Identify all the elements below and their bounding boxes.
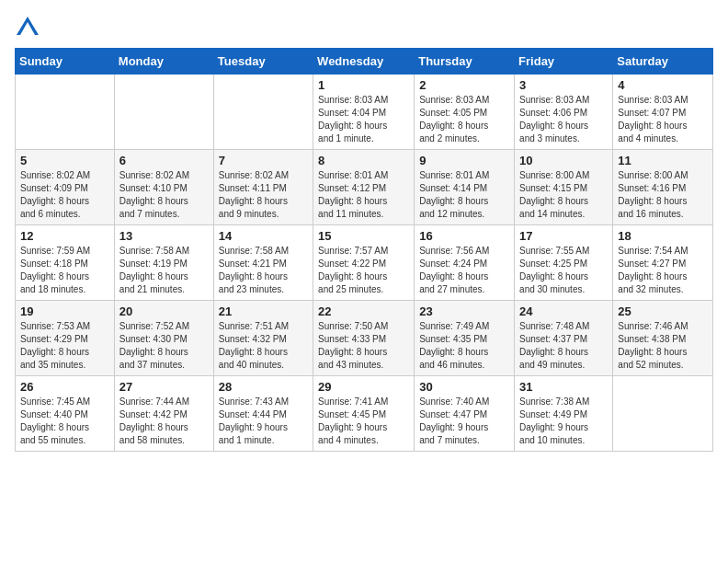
week-row-3: 12Sunrise: 7:59 AM Sunset: 4:18 PM Dayli… xyxy=(16,225,713,301)
day-number: 20 xyxy=(119,304,209,318)
day-cell xyxy=(114,75,213,150)
day-number: 7 xyxy=(219,154,308,167)
day-info: Sunrise: 7:38 AM Sunset: 4:49 PM Dayligh… xyxy=(519,396,608,447)
day-cell: 3Sunrise: 8:03 AM Sunset: 4:06 PM Daylig… xyxy=(515,75,613,150)
day-cell: 12Sunrise: 7:59 AM Sunset: 4:18 PM Dayli… xyxy=(16,225,115,301)
day-number: 24 xyxy=(519,304,608,318)
day-info: Sunrise: 7:58 AM Sunset: 4:21 PM Dayligh… xyxy=(219,245,308,296)
day-number: 1 xyxy=(318,78,409,92)
day-cell: 31Sunrise: 7:38 AM Sunset: 4:49 PM Dayli… xyxy=(515,376,613,452)
day-number: 15 xyxy=(318,229,409,243)
calendar-body: 1Sunrise: 8:03 AM Sunset: 4:04 PM Daylig… xyxy=(16,75,713,452)
day-info: Sunrise: 7:54 AM Sunset: 4:27 PM Dayligh… xyxy=(618,245,708,296)
day-cell: 23Sunrise: 7:49 AM Sunset: 4:35 PM Dayli… xyxy=(415,301,515,376)
week-row-5: 26Sunrise: 7:45 AM Sunset: 4:40 PM Dayli… xyxy=(16,376,713,452)
day-number: 27 xyxy=(119,380,209,394)
day-number: 8 xyxy=(318,154,409,167)
day-cell: 9Sunrise: 8:01 AM Sunset: 4:14 PM Daylig… xyxy=(415,150,515,225)
day-cell: 4Sunrise: 8:03 AM Sunset: 4:07 PM Daylig… xyxy=(613,75,713,150)
day-number: 17 xyxy=(519,229,608,243)
day-info: Sunrise: 8:00 AM Sunset: 4:15 PM Dayligh… xyxy=(519,169,608,221)
day-cell: 8Sunrise: 8:01 AM Sunset: 4:12 PM Daylig… xyxy=(313,150,415,225)
day-header-monday: Monday xyxy=(114,49,213,75)
day-number: 28 xyxy=(219,380,308,394)
day-cell: 6Sunrise: 8:02 AM Sunset: 4:10 PM Daylig… xyxy=(114,150,213,225)
day-info: Sunrise: 8:02 AM Sunset: 4:09 PM Dayligh… xyxy=(20,169,109,221)
day-number: 29 xyxy=(318,380,409,394)
day-info: Sunrise: 8:02 AM Sunset: 4:10 PM Dayligh… xyxy=(119,169,209,221)
day-info: Sunrise: 7:49 AM Sunset: 4:35 PM Dayligh… xyxy=(419,320,509,372)
day-cell: 28Sunrise: 7:43 AM Sunset: 4:44 PM Dayli… xyxy=(213,376,313,452)
day-cell: 11Sunrise: 8:00 AM Sunset: 4:16 PM Dayli… xyxy=(613,150,713,225)
day-info: Sunrise: 8:01 AM Sunset: 4:12 PM Dayligh… xyxy=(318,169,409,221)
day-number: 14 xyxy=(219,229,308,243)
day-info: Sunrise: 8:00 AM Sunset: 4:16 PM Dayligh… xyxy=(618,169,708,221)
day-cell xyxy=(213,75,313,150)
day-info: Sunrise: 7:48 AM Sunset: 4:37 PM Dayligh… xyxy=(519,320,608,372)
day-number: 26 xyxy=(20,380,109,394)
day-cell xyxy=(613,376,713,452)
day-number: 16 xyxy=(419,229,509,243)
calendar-header: SundayMondayTuesdayWednesdayThursdayFrid… xyxy=(16,49,713,75)
day-number: 13 xyxy=(119,229,209,243)
day-number: 11 xyxy=(618,154,708,167)
day-cell: 25Sunrise: 7:46 AM Sunset: 4:38 PM Dayli… xyxy=(613,301,713,376)
day-cell: 24Sunrise: 7:48 AM Sunset: 4:37 PM Dayli… xyxy=(515,301,613,376)
day-info: Sunrise: 7:43 AM Sunset: 4:44 PM Dayligh… xyxy=(219,396,308,447)
day-cell: 30Sunrise: 7:40 AM Sunset: 4:47 PM Dayli… xyxy=(415,376,515,452)
day-number: 3 xyxy=(519,78,608,92)
day-info: Sunrise: 8:03 AM Sunset: 4:04 PM Dayligh… xyxy=(318,94,409,145)
day-number: 9 xyxy=(419,154,509,167)
day-header-thursday: Thursday xyxy=(415,49,515,75)
logo xyxy=(15,15,44,40)
week-row-4: 19Sunrise: 7:53 AM Sunset: 4:29 PM Dayli… xyxy=(16,301,713,376)
day-info: Sunrise: 8:03 AM Sunset: 4:05 PM Dayligh… xyxy=(419,94,509,145)
day-info: Sunrise: 7:59 AM Sunset: 4:18 PM Dayligh… xyxy=(20,245,109,296)
day-info: Sunrise: 7:40 AM Sunset: 4:47 PM Dayligh… xyxy=(419,396,509,447)
day-number: 30 xyxy=(419,380,509,394)
day-info: Sunrise: 7:46 AM Sunset: 4:38 PM Dayligh… xyxy=(618,320,708,372)
day-info: Sunrise: 8:03 AM Sunset: 4:07 PM Dayligh… xyxy=(618,94,708,145)
day-header-tuesday: Tuesday xyxy=(213,49,313,75)
day-cell: 15Sunrise: 7:57 AM Sunset: 4:22 PM Dayli… xyxy=(313,225,415,301)
day-number: 10 xyxy=(519,154,608,167)
day-info: Sunrise: 7:52 AM Sunset: 4:30 PM Dayligh… xyxy=(119,320,209,372)
day-cell: 14Sunrise: 7:58 AM Sunset: 4:21 PM Dayli… xyxy=(213,225,313,301)
day-info: Sunrise: 8:02 AM Sunset: 4:11 PM Dayligh… xyxy=(219,169,308,221)
day-cell: 10Sunrise: 8:00 AM Sunset: 4:15 PM Dayli… xyxy=(515,150,613,225)
day-cell: 20Sunrise: 7:52 AM Sunset: 4:30 PM Dayli… xyxy=(114,301,213,376)
day-header-wednesday: Wednesday xyxy=(313,49,415,75)
day-info: Sunrise: 7:51 AM Sunset: 4:32 PM Dayligh… xyxy=(219,320,308,372)
day-info: Sunrise: 8:01 AM Sunset: 4:14 PM Dayligh… xyxy=(419,169,509,221)
day-info: Sunrise: 7:53 AM Sunset: 4:29 PM Dayligh… xyxy=(20,320,109,372)
day-cell: 17Sunrise: 7:55 AM Sunset: 4:25 PM Dayli… xyxy=(515,225,613,301)
day-info: Sunrise: 7:56 AM Sunset: 4:24 PM Dayligh… xyxy=(419,245,509,296)
header-row: SundayMondayTuesdayWednesdayThursdayFrid… xyxy=(16,49,713,75)
day-number: 23 xyxy=(419,304,509,318)
day-number: 5 xyxy=(20,154,109,167)
day-info: Sunrise: 7:44 AM Sunset: 4:42 PM Dayligh… xyxy=(119,396,209,447)
week-row-1: 1Sunrise: 8:03 AM Sunset: 4:04 PM Daylig… xyxy=(16,75,713,150)
day-header-sunday: Sunday xyxy=(16,49,115,75)
day-info: Sunrise: 8:03 AM Sunset: 4:06 PM Dayligh… xyxy=(519,94,608,145)
page-header xyxy=(15,15,713,40)
day-cell: 29Sunrise: 7:41 AM Sunset: 4:45 PM Dayli… xyxy=(313,376,415,452)
day-info: Sunrise: 7:45 AM Sunset: 4:40 PM Dayligh… xyxy=(20,396,109,447)
week-row-2: 5Sunrise: 8:02 AM Sunset: 4:09 PM Daylig… xyxy=(16,150,713,225)
day-info: Sunrise: 7:58 AM Sunset: 4:19 PM Dayligh… xyxy=(119,245,209,296)
logo-icon xyxy=(15,15,40,40)
day-info: Sunrise: 7:41 AM Sunset: 4:45 PM Dayligh… xyxy=(318,396,409,447)
day-cell: 2Sunrise: 8:03 AM Sunset: 4:05 PM Daylig… xyxy=(415,75,515,150)
day-cell: 19Sunrise: 7:53 AM Sunset: 4:29 PM Dayli… xyxy=(16,301,115,376)
day-cell: 18Sunrise: 7:54 AM Sunset: 4:27 PM Dayli… xyxy=(613,225,713,301)
day-info: Sunrise: 7:50 AM Sunset: 4:33 PM Dayligh… xyxy=(318,320,409,372)
day-info: Sunrise: 7:55 AM Sunset: 4:25 PM Dayligh… xyxy=(519,245,608,296)
day-number: 18 xyxy=(618,229,708,243)
day-number: 21 xyxy=(219,304,308,318)
day-header-friday: Friday xyxy=(515,49,613,75)
day-cell: 7Sunrise: 8:02 AM Sunset: 4:11 PM Daylig… xyxy=(213,150,313,225)
day-number: 6 xyxy=(119,154,209,167)
day-cell: 1Sunrise: 8:03 AM Sunset: 4:04 PM Daylig… xyxy=(313,75,415,150)
day-cell xyxy=(16,75,115,150)
day-number: 22 xyxy=(318,304,409,318)
